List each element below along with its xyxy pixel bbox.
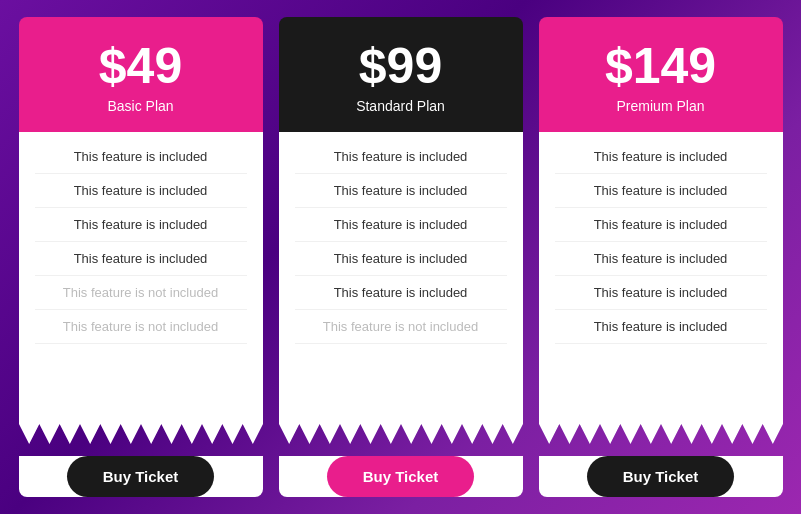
feature-item-basic-2: This feature is included <box>35 208 247 242</box>
plan-body-basic: This feature is includedThis feature is … <box>19 132 263 424</box>
pricing-section: $49Basic PlanThis feature is includedThi… <box>11 17 791 497</box>
feature-list-basic: This feature is includedThis feature is … <box>35 140 247 424</box>
buy-ticket-button-standard[interactable]: Buy Ticket <box>327 456 475 497</box>
plan-footer-standard: Buy Ticket <box>279 456 523 497</box>
feature-item-standard-5: This feature is not included <box>295 310 507 344</box>
plan-card-premium: $149Premium PlanThis feature is included… <box>539 17 783 497</box>
plan-price-standard: $99 <box>299 39 503 94</box>
feature-item-basic-3: This feature is included <box>35 242 247 276</box>
feature-item-basic-1: This feature is included <box>35 174 247 208</box>
buy-ticket-button-basic[interactable]: Buy Ticket <box>67 456 215 497</box>
feature-item-premium-0: This feature is included <box>555 140 767 174</box>
plan-card-basic: $49Basic PlanThis feature is includedThi… <box>19 17 263 497</box>
plan-footer-basic: Buy Ticket <box>19 456 263 497</box>
feature-item-basic-5: This feature is not included <box>35 310 247 344</box>
zigzag-basic <box>19 424 263 444</box>
feature-item-premium-4: This feature is included <box>555 276 767 310</box>
zigzag-premium <box>539 424 783 444</box>
plan-header-premium: $149Premium Plan <box>539 17 783 132</box>
feature-item-standard-3: This feature is included <box>295 242 507 276</box>
feature-item-standard-1: This feature is included <box>295 174 507 208</box>
feature-item-standard-0: This feature is included <box>295 140 507 174</box>
feature-item-premium-1: This feature is included <box>555 174 767 208</box>
feature-item-standard-2: This feature is included <box>295 208 507 242</box>
buy-ticket-button-premium[interactable]: Buy Ticket <box>587 456 735 497</box>
plan-name-standard: Standard Plan <box>299 98 503 114</box>
feature-list-premium: This feature is includedThis feature is … <box>555 140 767 424</box>
plan-body-premium: This feature is includedThis feature is … <box>539 132 783 424</box>
plan-price-premium: $149 <box>559 39 763 94</box>
feature-item-premium-2: This feature is included <box>555 208 767 242</box>
feature-item-standard-4: This feature is included <box>295 276 507 310</box>
zigzag-standard <box>279 424 523 444</box>
plan-price-basic: $49 <box>39 39 243 94</box>
feature-item-basic-0: This feature is included <box>35 140 247 174</box>
feature-item-premium-3: This feature is included <box>555 242 767 276</box>
plan-name-basic: Basic Plan <box>39 98 243 114</box>
plan-name-premium: Premium Plan <box>559 98 763 114</box>
feature-item-basic-4: This feature is not included <box>35 276 247 310</box>
plan-body-standard: This feature is includedThis feature is … <box>279 132 523 424</box>
plan-header-basic: $49Basic Plan <box>19 17 263 132</box>
feature-item-premium-5: This feature is included <box>555 310 767 344</box>
plan-card-standard: $99Standard PlanThis feature is included… <box>279 17 523 497</box>
plan-footer-premium: Buy Ticket <box>539 456 783 497</box>
plan-header-standard: $99Standard Plan <box>279 17 523 132</box>
feature-list-standard: This feature is includedThis feature is … <box>295 140 507 424</box>
